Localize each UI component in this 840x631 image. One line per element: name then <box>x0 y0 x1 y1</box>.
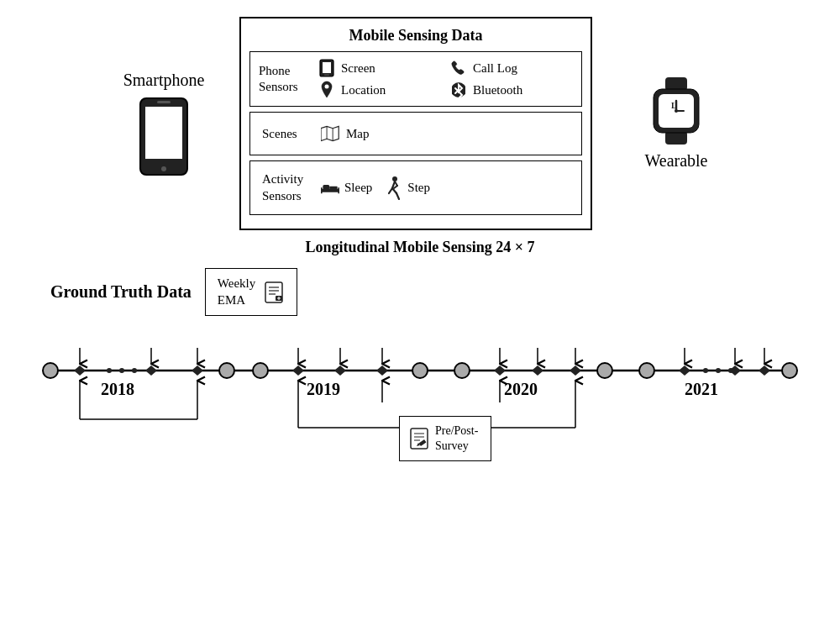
svg-point-41 <box>412 363 428 378</box>
screen-icon <box>318 59 336 77</box>
phone-sensors-box: PhoneSensors Screen <box>249 51 582 107</box>
svg-rect-12 <box>338 187 339 193</box>
svg-point-44 <box>639 363 654 378</box>
svg-rect-2 <box>157 101 171 103</box>
svg-line-19 <box>396 193 399 199</box>
ema-icon <box>264 281 284 304</box>
prepost-label: Pre/Post-Survey <box>435 423 478 454</box>
svg-marker-52 <box>494 365 506 376</box>
svg-point-40 <box>253 363 268 378</box>
svg-rect-6 <box>324 75 329 76</box>
location-icon <box>318 81 336 99</box>
wearable-area: L Wearable <box>609 77 743 171</box>
svg-point-7 <box>325 85 329 89</box>
bottom-section: Ground Truth Data WeeklyEMA <box>34 268 806 457</box>
call-log-icon <box>449 59 468 77</box>
main-container: Smartphone Mobile Sensing Data PhoneSens… <box>0 0 840 631</box>
prepost-icon <box>410 428 428 450</box>
year-2019: 2019 <box>307 380 340 399</box>
svg-marker-49 <box>292 365 304 376</box>
svg-point-63 <box>728 368 733 373</box>
sleep-label: Sleep <box>344 181 372 195</box>
screen-item: Screen <box>318 59 441 77</box>
svg-marker-53 <box>532 365 543 376</box>
svg-marker-50 <box>334 365 346 376</box>
bluetooth-item: Bluetooth <box>449 81 573 99</box>
location-label: Location <box>341 83 386 97</box>
svg-marker-48 <box>192 365 203 376</box>
svg-marker-47 <box>145 365 157 376</box>
map-icon <box>321 124 339 143</box>
svg-rect-89 <box>411 429 428 449</box>
screen-label: Screen <box>341 61 375 76</box>
svg-point-43 <box>597 363 612 378</box>
step-label: Step <box>407 181 430 195</box>
wearable-icon: L <box>647 77 706 145</box>
ema-text: WeeklyEMA <box>218 276 255 308</box>
svg-rect-13 <box>323 185 329 190</box>
smartphone-area: Smartphone <box>97 71 231 176</box>
svg-line-18 <box>392 188 396 193</box>
msd-title: Mobile Sensing Data <box>249 27 582 45</box>
prepost-survey-box: Pre/Post-Survey <box>399 416 491 461</box>
year-2020: 2020 <box>504 380 538 399</box>
wearable-label: Wearable <box>645 151 708 171</box>
activity-row: ActivitySensors <box>259 168 573 208</box>
svg-point-59 <box>119 368 124 373</box>
scenes-box: Scenes Map <box>249 112 582 155</box>
svg-point-61 <box>703 368 708 373</box>
svg-point-45 <box>782 363 797 378</box>
phone-sensors-row: PhoneSensors Screen <box>259 59 573 99</box>
location-item: Location <box>318 81 441 99</box>
svg-marker-46 <box>74 365 86 376</box>
year-2021: 2021 <box>685 380 718 399</box>
svg-rect-14 <box>329 186 337 189</box>
call-log-label: Call Log <box>473 61 517 76</box>
ps-items: Screen Call Log <box>318 59 573 99</box>
ground-truth-row: Ground Truth Data WeeklyEMA <box>50 268 806 316</box>
smartphone-icon <box>139 97 189 176</box>
longitudinal-label: Longitudinal Mobile Sensing 24 × 7 <box>306 239 535 256</box>
step-item: Step <box>384 179 430 197</box>
svg-point-62 <box>716 368 721 373</box>
svg-point-60 <box>132 368 137 373</box>
call-log-item: Call Log <box>449 59 573 77</box>
svg-rect-5 <box>323 62 331 73</box>
svg-rect-1 <box>145 107 182 159</box>
svg-marker-54 <box>570 365 581 376</box>
svg-line-21 <box>394 186 397 188</box>
year-2018: 2018 <box>101 380 134 399</box>
svg-point-58 <box>107 368 112 373</box>
scenes-items: Map <box>321 124 370 143</box>
bluetooth-icon <box>449 81 468 99</box>
smartphone-label: Smartphone <box>123 71 205 90</box>
scenes-row: Scenes Map <box>259 119 573 148</box>
ema-box: WeeklyEMA <box>205 268 297 316</box>
svg-marker-55 <box>679 365 690 376</box>
activity-items: Sleep <box>321 179 430 197</box>
svg-point-39 <box>219 363 234 378</box>
top-section: Smartphone Mobile Sensing Data PhoneSens… <box>0 17 840 230</box>
ground-truth-label: Ground Truth Data <box>50 282 192 302</box>
sleep-icon <box>321 179 339 197</box>
activity-box: ActivitySensors <box>249 160 582 215</box>
scenes-label: Scenes <box>262 127 321 141</box>
svg-rect-11 <box>321 187 323 193</box>
step-icon <box>384 179 402 197</box>
bluetooth-label: Bluetooth <box>473 83 522 97</box>
activity-label: ActivitySensors <box>262 171 321 204</box>
svg-point-42 <box>454 363 470 378</box>
phone-sensors-label: PhoneSensors <box>259 63 318 96</box>
sleep-item: Sleep <box>321 179 372 197</box>
svg-marker-57 <box>759 365 770 376</box>
svg-point-38 <box>43 363 58 378</box>
svg-point-3 <box>161 166 166 171</box>
svg-text:L: L <box>671 101 677 110</box>
msd-box: Mobile Sensing Data PhoneSensors <box>239 17 592 230</box>
svg-marker-9 <box>321 126 339 140</box>
timeline-area: 2018 2019 2020 2021 Pre/Post-Survey <box>34 323 806 457</box>
svg-marker-51 <box>376 365 388 376</box>
map-label: Map <box>346 127 370 141</box>
